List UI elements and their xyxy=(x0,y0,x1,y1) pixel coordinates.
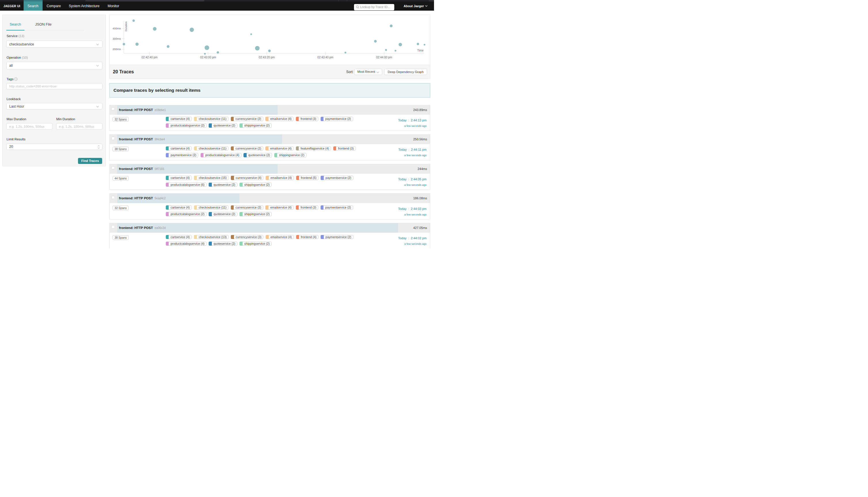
svg-text:02:42:40 pm: 02:42:40 pm xyxy=(142,56,158,59)
svg-text:400ms: 400ms xyxy=(113,27,121,30)
svg-text:Duration: Duration xyxy=(125,22,128,31)
svg-text:02:43:40 pm: 02:43:40 pm xyxy=(318,56,334,59)
svg-text:?: ? xyxy=(15,78,16,81)
svg-text:Time: Time xyxy=(417,49,424,52)
svg-text:02:43:00 pm: 02:43:00 pm xyxy=(200,56,216,59)
svg-text:300ms: 300ms xyxy=(113,37,121,40)
svg-text:200ms: 200ms xyxy=(113,47,121,51)
svg-text:02:43:20 pm: 02:43:20 pm xyxy=(259,56,275,59)
svg-text:02:44:00 pm: 02:44:00 pm xyxy=(376,56,392,59)
